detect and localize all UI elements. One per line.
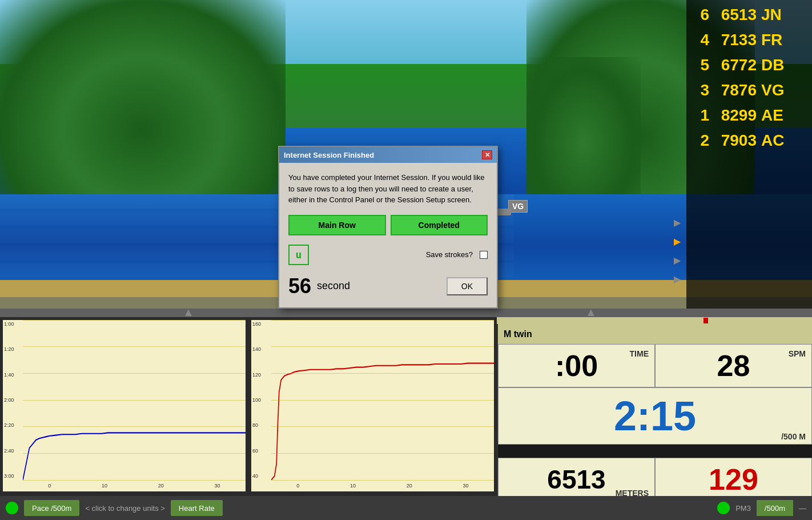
meters-value: 6513 — [547, 466, 605, 493]
chart-hr-content — [271, 320, 494, 480]
lane-arrow-4: ▶ — [674, 274, 681, 285]
stat-spm: 28 SPM — [655, 344, 812, 387]
lane-arrow-1: ▶ — [674, 217, 681, 228]
charts-container: 1:00 1:20 1:40 2:00 2:20 2:40 3:00 0 10 — [0, 317, 497, 494]
per500-button[interactable]: /500m — [757, 500, 793, 516]
dialog-time-unit: second — [317, 280, 350, 292]
pace-value: 2:15 — [614, 395, 696, 437]
spm-label: SPM — [789, 349, 806, 358]
stats-grid: :00 TIME 28 SPM 2:15 /500 M 6513 METERS … — [498, 344, 812, 501]
time-label: TIME — [630, 349, 649, 358]
boat-indicator — [497, 209, 511, 215]
score-row-1: 1 8299 AE — [692, 106, 806, 125]
pace-label: /500 M — [781, 432, 806, 441]
dialog-body: You have completed your Internet Session… — [279, 163, 497, 307]
dialog-time-row: 56 second OK — [288, 274, 488, 298]
lane-arrow-2: ▶ — [674, 236, 681, 247]
completed-button[interactable]: Completed — [391, 215, 488, 235]
stat-time: :00 TIME — [498, 344, 655, 387]
score-row-3: 3 7876 VG — [692, 81, 806, 99]
time-value: :00 — [555, 351, 598, 381]
heart-rate-button[interactable]: Heart Rate — [171, 500, 223, 516]
left-status-dot — [6, 502, 18, 514]
tree-center-right — [526, 57, 641, 200]
save-strokes-label: Save strokes? — [426, 250, 473, 259]
click-to-change-text[interactable]: < click to change units > — [85, 504, 164, 513]
score-row-6: 6 6513 JN — [692, 6, 806, 24]
save-strokes-checkbox[interactable] — [480, 251, 488, 259]
chart-pace-y-labels: 1:00 1:20 1:40 2:00 2:20 2:40 3:00 — [3, 320, 23, 480]
score-row-4: 4 7133 FR — [692, 31, 806, 49]
dialog-message: You have completed your Internet Session… — [288, 172, 488, 206]
user-icon: u — [288, 245, 309, 265]
dialog-close-button[interactable]: ✕ — [482, 150, 492, 159]
dialog-ok-button[interactable]: OK — [447, 277, 488, 295]
dialog-title: Internet Session Finished — [284, 151, 374, 159]
hr-value: 129 — [709, 465, 758, 494]
dialog-time-value: 56 — [288, 274, 311, 298]
chart-pace: 1:00 1:20 1:40 2:00 2:20 2:40 3:00 0 10 — [3, 320, 246, 491]
red-indicator-bar — [704, 318, 708, 323]
stats-session-name: M twin — [504, 329, 532, 339]
dialog-save-row: u Save strokes? — [288, 245, 488, 265]
chart-pace-x-labels: 0 10 20 30 — [23, 480, 246, 491]
bottom-toolbar: Pace /500m < click to change units > Hea… — [0, 496, 812, 520]
score-row-5: 5 6772 DB — [692, 56, 806, 74]
lane-arrow-3: ▶ — [674, 255, 681, 266]
score-row-2: 2 7903 AC — [692, 131, 806, 150]
dialog-tab-buttons: Main Row Completed — [288, 215, 488, 235]
toolbar-right-section: PM3 /500m — — [717, 500, 806, 516]
dialog-titlebar: Internet Session Finished ✕ — [279, 147, 497, 163]
stats-panel-header: M twin — [498, 324, 812, 344]
stat-hr: 129 — [655, 458, 812, 501]
main-row-button[interactable]: Main Row — [288, 215, 386, 235]
chart-pace-content — [23, 320, 246, 480]
spm-value: 28 — [717, 351, 750, 381]
stat-meters: 6513 METERS — [498, 458, 655, 501]
tree-left — [0, 0, 286, 217]
dialog-internet-session: Internet Session Finished ✕ You have com… — [278, 146, 498, 309]
stats-header-bar — [497, 317, 812, 324]
stat-pace: 2:15 /500 M — [498, 387, 812, 445]
chart-hr: 160 140 120 100 80 60 40 0 10 20 30 — [251, 320, 494, 491]
lane-arrows: ▶ ▶ ▶ ▶ — [674, 217, 681, 285]
pm3-label: PM3 — [735, 504, 751, 513]
pace-button[interactable]: Pace /500m — [24, 500, 79, 516]
chart-hr-x-labels: 0 10 20 30 — [271, 480, 494, 491]
vg-badge: VG — [508, 200, 528, 213]
dash-label: — — [799, 504, 806, 513]
right-status-dot — [717, 502, 730, 514]
stats-panel: M twin :00 TIME 28 SPM 2:15 /500 M 6513 … — [497, 324, 812, 501]
chart-hr-y-labels: 160 140 120 100 80 60 40 — [251, 320, 271, 480]
scoreboard: 6 6513 JN 4 7133 FR 5 6772 DB 3 7876 VG … — [686, 0, 812, 309]
